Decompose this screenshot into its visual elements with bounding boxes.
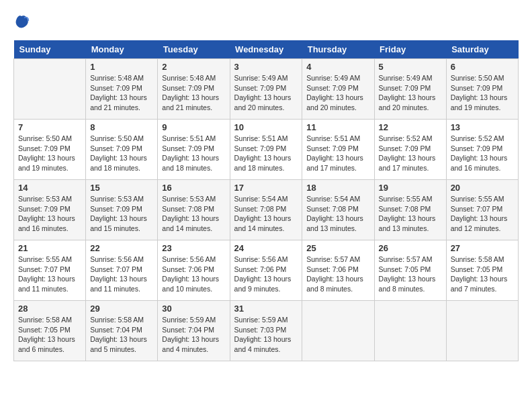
calendar-week-row: 14Sunrise: 5:53 AM Sunset: 7:09 PM Dayli… bbox=[14, 180, 519, 240]
day-number: 8 bbox=[90, 122, 153, 132]
calendar-cell: 11Sunrise: 5:51 AM Sunset: 7:09 PM Dayli… bbox=[302, 120, 374, 180]
day-number: 28 bbox=[18, 304, 81, 314]
calendar-cell: 19Sunrise: 5:55 AM Sunset: 7:08 PM Dayli… bbox=[374, 180, 446, 240]
column-header-friday: Friday bbox=[374, 40, 446, 59]
day-number: 3 bbox=[234, 62, 298, 72]
day-number: 14 bbox=[18, 183, 81, 193]
calendar-cell: 25Sunrise: 5:57 AM Sunset: 7:06 PM Dayli… bbox=[302, 240, 374, 301]
calendar-cell: 23Sunrise: 5:56 AM Sunset: 7:06 PM Dayli… bbox=[158, 240, 230, 301]
calendar-cell: 2Sunrise: 5:48 AM Sunset: 7:09 PM Daylig… bbox=[158, 59, 230, 120]
day-info: Sunrise: 5:58 AM Sunset: 7:04 PM Dayligh… bbox=[90, 315, 153, 355]
day-info: Sunrise: 5:52 AM Sunset: 7:09 PM Dayligh… bbox=[451, 134, 514, 173]
calendar-cell: 29Sunrise: 5:58 AM Sunset: 7:04 PM Dayli… bbox=[86, 301, 158, 361]
day-info: Sunrise: 5:56 AM Sunset: 7:07 PM Dayligh… bbox=[90, 255, 153, 294]
logo-icon bbox=[13, 13, 30, 30]
calendar-cell bbox=[302, 301, 374, 361]
day-info: Sunrise: 5:55 AM Sunset: 7:08 PM Dayligh… bbox=[379, 194, 442, 234]
column-header-wednesday: Wednesday bbox=[230, 40, 302, 59]
day-number: 16 bbox=[162, 183, 225, 193]
calendar-table: SundayMondayTuesdayWednesdayThursdayFrid… bbox=[13, 40, 519, 361]
column-header-sunday: Sunday bbox=[14, 40, 86, 59]
day-info: Sunrise: 5:48 AM Sunset: 7:09 PM Dayligh… bbox=[90, 73, 153, 113]
day-info: Sunrise: 5:57 AM Sunset: 7:05 PM Dayligh… bbox=[379, 255, 442, 294]
day-info: Sunrise: 5:54 AM Sunset: 7:08 PM Dayligh… bbox=[306, 194, 369, 234]
day-number: 19 bbox=[379, 183, 442, 193]
calendar-cell: 14Sunrise: 5:53 AM Sunset: 7:09 PM Dayli… bbox=[14, 180, 86, 240]
calendar-cell: 6Sunrise: 5:50 AM Sunset: 7:09 PM Daylig… bbox=[446, 59, 518, 120]
day-number: 29 bbox=[90, 304, 153, 314]
calendar-cell: 10Sunrise: 5:51 AM Sunset: 7:09 PM Dayli… bbox=[230, 120, 302, 180]
day-info: Sunrise: 5:49 AM Sunset: 7:09 PM Dayligh… bbox=[306, 73, 369, 113]
day-info: Sunrise: 5:49 AM Sunset: 7:09 PM Dayligh… bbox=[234, 73, 298, 113]
day-number: 24 bbox=[234, 243, 298, 253]
day-number: 9 bbox=[162, 122, 225, 132]
day-info: Sunrise: 5:51 AM Sunset: 7:09 PM Dayligh… bbox=[162, 134, 225, 173]
calendar-cell: 26Sunrise: 5:57 AM Sunset: 7:05 PM Dayli… bbox=[374, 240, 446, 301]
calendar-cell: 30Sunrise: 5:59 AM Sunset: 7:04 PM Dayli… bbox=[158, 301, 230, 361]
day-info: Sunrise: 5:51 AM Sunset: 7:09 PM Dayligh… bbox=[234, 134, 298, 173]
day-number: 12 bbox=[379, 122, 442, 132]
day-number: 11 bbox=[306, 122, 369, 132]
calendar-week-row: 28Sunrise: 5:58 AM Sunset: 7:05 PM Dayli… bbox=[14, 301, 519, 361]
day-number: 25 bbox=[306, 243, 369, 253]
column-header-saturday: Saturday bbox=[446, 40, 518, 59]
day-number: 4 bbox=[306, 62, 369, 72]
column-header-monday: Monday bbox=[86, 40, 158, 59]
calendar-cell bbox=[446, 301, 518, 361]
day-info: Sunrise: 5:58 AM Sunset: 7:05 PM Dayligh… bbox=[18, 315, 81, 355]
calendar-header-row: SundayMondayTuesdayWednesdayThursdayFrid… bbox=[14, 40, 519, 59]
day-number: 17 bbox=[234, 183, 298, 193]
day-info: Sunrise: 5:57 AM Sunset: 7:06 PM Dayligh… bbox=[306, 255, 369, 294]
column-header-tuesday: Tuesday bbox=[158, 40, 230, 59]
day-number: 26 bbox=[379, 243, 442, 253]
column-header-thursday: Thursday bbox=[302, 40, 374, 59]
calendar-cell: 31Sunrise: 5:59 AM Sunset: 7:03 PM Dayli… bbox=[230, 301, 302, 361]
day-number: 21 bbox=[18, 243, 81, 253]
day-info: Sunrise: 5:59 AM Sunset: 7:03 PM Dayligh… bbox=[234, 315, 298, 355]
calendar-cell: 18Sunrise: 5:54 AM Sunset: 7:08 PM Dayli… bbox=[302, 180, 374, 240]
day-number: 27 bbox=[451, 243, 514, 253]
day-info: Sunrise: 5:53 AM Sunset: 7:09 PM Dayligh… bbox=[18, 194, 81, 234]
day-info: Sunrise: 5:55 AM Sunset: 7:07 PM Dayligh… bbox=[18, 255, 81, 294]
day-number: 20 bbox=[451, 183, 514, 193]
day-info: Sunrise: 5:50 AM Sunset: 7:09 PM Dayligh… bbox=[451, 73, 514, 113]
day-info: Sunrise: 5:50 AM Sunset: 7:09 PM Dayligh… bbox=[18, 134, 81, 173]
day-number: 7 bbox=[18, 122, 81, 132]
calendar-week-row: 21Sunrise: 5:55 AM Sunset: 7:07 PM Dayli… bbox=[14, 240, 519, 301]
day-number: 22 bbox=[90, 243, 153, 253]
calendar-cell: 13Sunrise: 5:52 AM Sunset: 7:09 PM Dayli… bbox=[446, 120, 518, 180]
day-number: 30 bbox=[162, 304, 225, 314]
calendar-cell: 20Sunrise: 5:55 AM Sunset: 7:07 PM Dayli… bbox=[446, 180, 518, 240]
page-header bbox=[13, 13, 519, 30]
calendar-cell: 28Sunrise: 5:58 AM Sunset: 7:05 PM Dayli… bbox=[14, 301, 86, 361]
calendar-week-row: 7Sunrise: 5:50 AM Sunset: 7:09 PM Daylig… bbox=[14, 120, 519, 180]
day-number: 1 bbox=[90, 62, 153, 72]
calendar-cell: 9Sunrise: 5:51 AM Sunset: 7:09 PM Daylig… bbox=[158, 120, 230, 180]
day-number: 13 bbox=[451, 122, 514, 132]
day-info: Sunrise: 5:53 AM Sunset: 7:08 PM Dayligh… bbox=[162, 194, 225, 234]
calendar-cell: 3Sunrise: 5:49 AM Sunset: 7:09 PM Daylig… bbox=[230, 59, 302, 120]
calendar-cell: 7Sunrise: 5:50 AM Sunset: 7:09 PM Daylig… bbox=[14, 120, 86, 180]
day-info: Sunrise: 5:52 AM Sunset: 7:09 PM Dayligh… bbox=[379, 134, 442, 173]
calendar-cell: 21Sunrise: 5:55 AM Sunset: 7:07 PM Dayli… bbox=[14, 240, 86, 301]
day-info: Sunrise: 5:56 AM Sunset: 7:06 PM Dayligh… bbox=[234, 255, 298, 294]
logo bbox=[13, 13, 32, 30]
day-info: Sunrise: 5:58 AM Sunset: 7:05 PM Dayligh… bbox=[451, 255, 514, 294]
calendar-cell: 15Sunrise: 5:53 AM Sunset: 7:09 PM Dayli… bbox=[86, 180, 158, 240]
calendar-cell: 16Sunrise: 5:53 AM Sunset: 7:08 PM Dayli… bbox=[158, 180, 230, 240]
calendar-cell: 4Sunrise: 5:49 AM Sunset: 7:09 PM Daylig… bbox=[302, 59, 374, 120]
day-number: 23 bbox=[162, 243, 225, 253]
calendar-cell: 8Sunrise: 5:50 AM Sunset: 7:09 PM Daylig… bbox=[86, 120, 158, 180]
calendar-cell bbox=[14, 59, 86, 120]
calendar-cell: 22Sunrise: 5:56 AM Sunset: 7:07 PM Dayli… bbox=[86, 240, 158, 301]
day-info: Sunrise: 5:54 AM Sunset: 7:08 PM Dayligh… bbox=[234, 194, 298, 234]
calendar-cell: 24Sunrise: 5:56 AM Sunset: 7:06 PM Dayli… bbox=[230, 240, 302, 301]
day-info: Sunrise: 5:56 AM Sunset: 7:06 PM Dayligh… bbox=[162, 255, 225, 294]
calendar-cell: 1Sunrise: 5:48 AM Sunset: 7:09 PM Daylig… bbox=[86, 59, 158, 120]
day-info: Sunrise: 5:49 AM Sunset: 7:09 PM Dayligh… bbox=[379, 73, 442, 113]
day-number: 31 bbox=[234, 304, 298, 314]
day-info: Sunrise: 5:50 AM Sunset: 7:09 PM Dayligh… bbox=[90, 134, 153, 173]
calendar-cell: 12Sunrise: 5:52 AM Sunset: 7:09 PM Dayli… bbox=[374, 120, 446, 180]
calendar-cell bbox=[374, 301, 446, 361]
day-info: Sunrise: 5:59 AM Sunset: 7:04 PM Dayligh… bbox=[162, 315, 225, 355]
